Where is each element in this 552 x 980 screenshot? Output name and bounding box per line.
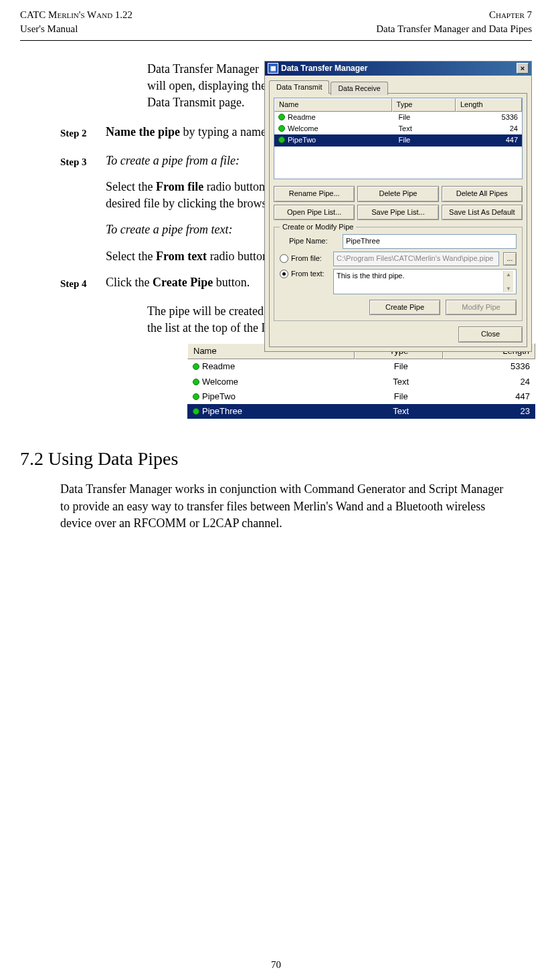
pipe-list[interactable]: Name Type Length ReadmeFile5336WelcomeTe… xyxy=(274,98,523,179)
dialog-tabs: Data Transmit Data Receive xyxy=(265,76,531,93)
pipe-list-figure: Name Type Length ReadmeFile5336WelcomeTe… xyxy=(187,343,535,419)
col-header-type[interactable]: Type xyxy=(392,98,456,111)
step-3-label: Step 3 xyxy=(20,153,98,239)
header-rule xyxy=(20,40,532,41)
status-dot-icon xyxy=(278,125,285,132)
app-icon: ▦ xyxy=(268,63,278,74)
figure-2-wrapper: Name Type Length ReadmeFile5336WelcomeTe… xyxy=(147,343,513,419)
step-4-label: Step 4 xyxy=(20,274,98,291)
open-pipe-list-button[interactable]: Open Pipe List... xyxy=(274,205,355,220)
group-legend: Create or Modify Pipe xyxy=(280,222,356,232)
figure-2-row: PipeThreeText23 xyxy=(187,404,535,419)
from-file-input[interactable]: C:\Program Files\CATC\Merlin's Wand\pipe… xyxy=(333,252,499,266)
pipe-list-header: Name Type Length xyxy=(274,98,522,111)
figure-2-row: WelcomeText24 xyxy=(187,375,535,389)
tab-data-transmit[interactable]: Data Transmit xyxy=(269,80,329,94)
status-dot-icon xyxy=(193,393,199,400)
data-transfer-manager-dialog: ▦ Data Transfer Manager × Data Transmit … xyxy=(264,61,532,352)
running-subheader: User's Manual Data Transfer Manager and … xyxy=(20,22,532,36)
from-file-radio[interactable] xyxy=(280,254,288,263)
section-7-2-body: Data Transfer Manager works in conjuncti… xyxy=(60,481,512,532)
from-text-radio[interactable] xyxy=(280,270,288,278)
from-text-input[interactable]: This is the third pipe. ▲ ▼ xyxy=(333,269,517,294)
status-dot-icon xyxy=(278,136,285,143)
pipe-action-buttons: Rename Pipe... Delete Pipe Delete All Pi… xyxy=(274,186,523,220)
figure-2-row: PipeTwoFile447 xyxy=(187,389,535,404)
header-product: CATC Merlin's Wand 1.22 xyxy=(20,8,132,22)
status-dot-icon xyxy=(193,379,199,385)
delete-all-pipes-button[interactable]: Delete All Pipes xyxy=(442,186,523,201)
close-button[interactable]: Close xyxy=(458,326,523,342)
figure-2-row: ReadmeFile5336 xyxy=(187,359,535,374)
status-dot-icon xyxy=(193,408,199,415)
create-pipe-button[interactable]: Create Pipe xyxy=(369,300,440,315)
pipe-list-row[interactable]: WelcomeText24 xyxy=(274,123,522,134)
save-pipe-list-button[interactable]: Save Pipe List... xyxy=(357,205,438,220)
status-dot-icon xyxy=(193,363,199,370)
header-chapter: Chapter 7 xyxy=(489,8,532,22)
dialog-titlebar[interactable]: ▦ Data Transfer Manager × xyxy=(265,62,531,76)
scroll-down-icon[interactable]: ▼ xyxy=(504,285,513,292)
step-2-label: Step 2 xyxy=(20,124,98,140)
close-icon[interactable]: × xyxy=(517,63,529,74)
col-header-name[interactable]: Name xyxy=(274,98,392,111)
from-text-label: From text: xyxy=(291,269,325,279)
tab-panel-transmit: Name Type Length ReadmeFile5336WelcomeTe… xyxy=(269,93,527,347)
status-dot-icon xyxy=(278,114,285,120)
textarea-scrollbar[interactable]: ▲ ▼ xyxy=(503,271,513,292)
running-header: CATC Merlin's Wand 1.22 Chapter 7 xyxy=(20,8,532,22)
save-list-default-button[interactable]: Save List As Default xyxy=(442,205,523,220)
browse-button[interactable]: ... xyxy=(503,252,517,266)
from-file-label: From file: xyxy=(291,254,322,264)
col-header-length[interactable]: Length xyxy=(456,98,522,111)
scroll-up-icon[interactable]: ▲ xyxy=(504,271,513,278)
intro-paragraph: Data Transfer Manager will open, display… xyxy=(147,61,268,112)
delete-pipe-button[interactable]: Delete Pipe xyxy=(357,186,438,201)
pipe-name-input[interactable]: PipeThree xyxy=(343,234,517,249)
pipe-name-label: Pipe Name: xyxy=(280,236,339,246)
create-modify-group: Create or Modify Pipe Pipe Name: PipeThr… xyxy=(274,227,523,321)
pipe-list-row[interactable]: PipeTwoFile447 xyxy=(274,134,522,146)
section-7-2-heading: 7.2 Using Data Pipes xyxy=(20,446,532,472)
header-manual: User's Manual xyxy=(20,22,78,36)
page-number: 70 xyxy=(0,958,552,972)
header-section-title: Data Transfer Manager and Data Pipes xyxy=(376,22,532,36)
rename-pipe-button[interactable]: Rename Pipe... xyxy=(274,186,355,201)
tab-data-receive[interactable]: Data Receive xyxy=(331,82,387,95)
dialog-title: Data Transfer Manager xyxy=(281,63,367,74)
modify-pipe-button: Modify Pipe xyxy=(446,300,517,315)
pipe-list-row[interactable]: ReadmeFile5336 xyxy=(274,112,522,123)
